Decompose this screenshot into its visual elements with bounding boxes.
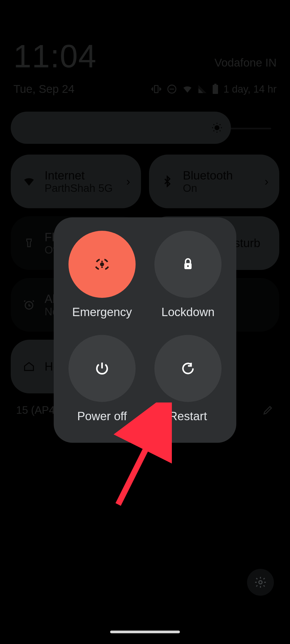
power-menu: Emergency Lockdown Power off: [54, 217, 236, 443]
power-icon: [94, 361, 110, 376]
svg-point-9: [101, 263, 103, 265]
emergency-icon: [93, 255, 111, 274]
lockdown-label: Lockdown: [161, 305, 215, 319]
restart-label: Restart: [169, 409, 207, 423]
power-off-label: Power off: [77, 409, 127, 423]
svg-point-11: [187, 265, 189, 267]
gesture-home-pill[interactable]: [110, 631, 180, 633]
lockdown-button[interactable]: Lockdown: [150, 231, 226, 319]
restart-button[interactable]: Restart: [150, 335, 226, 423]
restart-icon: [180, 361, 195, 376]
lock-icon: [181, 257, 195, 272]
emergency-label: Emergency: [72, 305, 132, 319]
emergency-button[interactable]: Emergency: [64, 231, 140, 319]
power-off-button[interactable]: Power off: [64, 335, 140, 423]
